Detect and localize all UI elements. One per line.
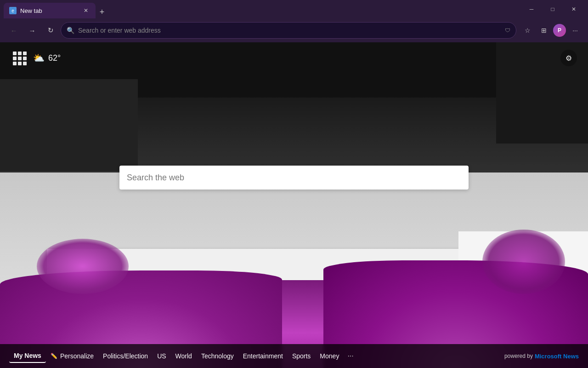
news-nav-sports[interactable]: Sports — [288, 350, 315, 362]
purple-flowers-left — [37, 239, 129, 294]
microsoft-news-logo: Microsoft News — [535, 353, 579, 360]
active-tab[interactable]: e New tab ✕ — [4, 3, 96, 18]
back-button[interactable]: ← — [6, 22, 22, 39]
news-nav-money[interactable]: Money — [315, 350, 344, 362]
news-nav-technology[interactable]: Technology — [197, 350, 238, 362]
grid-dot — [13, 62, 17, 65]
grid-dot — [23, 52, 27, 55]
search-input[interactable] — [127, 173, 461, 183]
title-bar: e New tab ✕ + ─ □ ✕ — [0, 0, 588, 18]
collections-button[interactable]: ⊞ — [537, 23, 551, 38]
grid-dot — [18, 57, 22, 60]
background — [0, 42, 588, 368]
favorites-button[interactable]: ☆ — [520, 23, 535, 38]
minimize-button[interactable]: ─ — [521, 0, 542, 18]
address-bar[interactable]: 🔍 🛡 — [61, 22, 516, 39]
grid-dot — [23, 57, 27, 60]
tab-bar: e New tab ✕ + — [4, 0, 521, 18]
nav-icon-group: ☆ ⊞ P ··· — [520, 23, 582, 38]
news-nav-entertainment[interactable]: Entertainment — [238, 350, 288, 362]
grid-dot — [18, 62, 22, 65]
forward-button[interactable]: → — [24, 22, 40, 39]
new-tab-button[interactable]: + — [96, 6, 108, 18]
wall-section — [0, 172, 588, 368]
grid-dot — [18, 52, 22, 55]
grid-dot — [23, 62, 27, 65]
profile-avatar[interactable]: P — [553, 24, 566, 37]
window-controls: ─ □ ✕ — [521, 0, 584, 18]
grid-dot — [13, 52, 17, 55]
weather-temperature: 62° — [48, 53, 61, 63]
weather-icon: ⛅ — [33, 52, 45, 63]
pencil-icon: ✏️ — [51, 353, 57, 359]
search-container — [119, 166, 469, 190]
close-button[interactable]: ✕ — [563, 0, 584, 18]
news-nav-world[interactable]: World — [171, 350, 197, 362]
news-nav-politics[interactable]: Politics/Election — [98, 350, 153, 362]
tab-favicon: e — [9, 7, 17, 14]
powered-by-label: powered by Microsoft News — [504, 353, 579, 360]
maximize-button[interactable]: □ — [542, 0, 563, 18]
news-nav-personalize[interactable]: ✏️ Personalize — [46, 350, 98, 362]
address-input[interactable] — [78, 27, 501, 34]
tab-close-button[interactable]: ✕ — [82, 6, 90, 15]
page-settings-button[interactable]: ⚙ — [560, 50, 577, 66]
navigation-bar: ← → ↻ 🔍 🛡 ☆ ⊞ P ··· — [0, 18, 588, 42]
refresh-button[interactable]: ↻ — [42, 22, 59, 39]
tab-title: New tab — [20, 7, 78, 14]
weather-widget[interactable]: ⛅ 62° — [33, 52, 61, 63]
news-nav-us[interactable]: US — [153, 350, 170, 362]
more-options-button[interactable]: ··· — [568, 23, 582, 38]
news-more-button[interactable]: ··· — [344, 350, 357, 362]
search-box — [119, 166, 469, 190]
settings-icon: ⚙ — [565, 54, 572, 63]
top-widgets: ⛅ 62° ⚙ — [0, 50, 588, 66]
new-tab-page: ⛅ 62° ⚙ My News ✏️ Personalize Politics/… — [0, 42, 588, 368]
grid-dot — [13, 57, 17, 60]
apps-grid-button[interactable] — [11, 50, 28, 66]
purple-flowers-right — [482, 230, 565, 294]
extension-icon: 🛡 — [505, 27, 510, 34]
dark-hedge-left — [0, 79, 138, 171]
news-bar: My News ✏️ Personalize Politics/Election… — [0, 344, 588, 368]
search-icon: 🔍 — [67, 27, 74, 34]
news-nav-my-news[interactable]: My News — [9, 349, 46, 363]
